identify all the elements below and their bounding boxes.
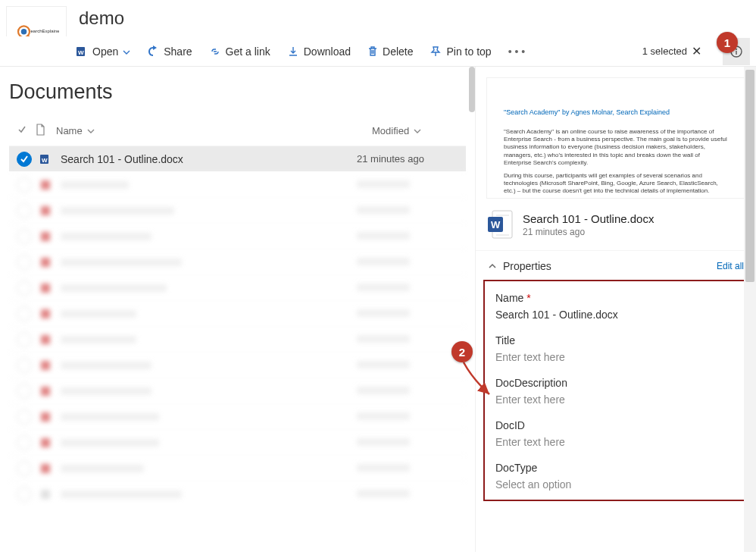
open-label: Open [92,45,118,58]
preview-paragraph: During this course, participants will ge… [504,172,728,196]
selection-count-label: 1 selected [642,45,687,57]
details-file-name: Search 101 - Outline.docx [523,212,654,225]
properties-box: Name * Search 101 - Outline.docx Title E… [483,280,748,501]
share-icon [147,45,159,58]
prop-docid-placeholder: Enter text here [495,436,736,448]
scrollbar-thumb[interactable] [745,70,754,282]
file-row[interactable] [9,378,466,403]
property-doctype[interactable]: DocType Select an option [495,462,736,491]
svg-rect-16 [41,309,50,318]
select-all-checkbox[interactable] [17,124,35,137]
property-name[interactable]: Name * Search 101 - Outline.docx [495,292,736,321]
modified-column-header[interactable]: Modified [372,125,463,136]
details-pane: "Search Academy" by Agnes Molnar, Search… [476,67,756,552]
name-column-label: Name [56,125,83,136]
share-button[interactable]: Share [147,45,192,58]
page-title: Documents [9,80,466,104]
document-list-pane: Documents Name Modified [0,67,476,552]
scrollbar-vertical[interactable] [744,67,756,552]
download-label: Download [304,45,351,58]
file-row[interactable] [9,274,466,300]
word-icon: W [76,45,88,58]
file-row[interactable] [9,403,466,429]
delete-label: Delete [383,45,413,58]
delete-button[interactable]: Delete [367,45,413,58]
get-link-button[interactable]: Get a link [209,45,270,58]
file-row[interactable] [9,300,466,326]
pin-icon [430,45,442,58]
properties-title: Properties [503,260,551,272]
svg-rect-13 [41,232,50,241]
preview-heading: "Search Academy" by Agnes Molnar, Search… [504,108,728,118]
share-label: Share [164,45,192,58]
check-icon [20,155,29,164]
svg-rect-21 [41,438,50,447]
modified-column-label: Modified [372,125,409,136]
svg-text:W: W [491,219,501,230]
svg-text:W: W [42,157,48,164]
chevron-up-icon [488,262,497,271]
svg-rect-20 [41,412,50,422]
file-heading: W Search 101 - Outline.docx 21 minutes a… [476,199,756,251]
callout-2-label: 2 [459,346,465,359]
word-file-icon: W [35,153,56,165]
pin-button[interactable]: Pin to top [430,45,491,58]
chevron-down-icon [414,127,421,135]
prop-name-label: Name [495,292,523,304]
svg-text:earchExplained: earchExplained [31,29,60,33]
row-select-checkbox[interactable] [17,152,32,167]
ellipsis-icon: • • • [508,45,525,58]
name-column-header[interactable]: Name [56,125,372,136]
chevron-down-icon [87,127,95,135]
annotation-callout-1: 1 [717,32,738,53]
file-row[interactable] [9,249,466,274]
prop-name-value: Search 101 - Outline.docx [495,309,736,321]
file-row[interactable] [9,429,466,455]
prop-doctype-label: DocType [495,462,736,474]
site-title: demo [79,8,124,29]
file-row[interactable] [9,455,466,481]
property-docid[interactable]: DocID Enter text here [495,419,736,448]
properties-header[interactable]: Properties Edit all [476,251,756,280]
svg-rect-18 [41,361,50,370]
file-row[interactable] [9,352,466,378]
scrollbar-vertical[interactable] [469,67,475,552]
more-button[interactable]: • • • [508,45,525,58]
open-button[interactable]: W Open [76,45,130,58]
preview-paragraph: "Search Academy" is an online course to … [504,128,728,168]
callout-1-label: 1 [724,36,730,49]
trash-icon [367,45,378,58]
svg-point-2 [21,29,27,35]
svg-rect-22 [41,464,50,473]
file-row[interactable] [9,197,466,223]
property-title[interactable]: Title Enter text here [495,334,736,363]
file-row[interactable] [9,171,466,197]
file-modified: 21 minutes ago [357,153,463,165]
edit-all-link[interactable]: Edit all [717,261,744,271]
selection-count: 1 selected ✕ [642,44,701,58]
download-button[interactable]: Download [287,45,351,58]
word-file-icon: W [488,209,514,240]
prop-desc-placeholder: Enter text here [495,393,736,406]
prop-docid-label: DocID [495,419,736,431]
scrollbar-thumb[interactable] [469,67,475,112]
type-column-icon[interactable] [35,124,56,138]
preview-page: "Search Academy" by Agnes Molnar, Search… [486,77,745,199]
prop-title-label: Title [495,334,736,346]
svg-text:W: W [78,49,84,56]
file-row[interactable]: W Search 101 - Outline.docx 21 minutes a… [9,146,466,171]
column-headers: Name Modified [9,121,466,144]
property-docdescription[interactable]: DocDescription Enter text here [495,377,736,406]
svg-rect-14 [41,258,50,267]
clear-selection-button[interactable]: ✕ [692,44,701,58]
svg-rect-15 [41,284,50,293]
file-row[interactable] [9,481,466,506]
link-icon [209,45,221,58]
file-row[interactable] [9,326,466,352]
command-bar: W Open Share Get a link Download Delete [0,36,756,67]
document-preview[interactable]: "Search Academy" by Agnes Molnar, Search… [476,67,756,199]
svg-rect-11 [41,180,50,190]
svg-rect-23 [41,490,50,499]
file-row[interactable] [9,223,466,249]
file-name: Search 101 - Outline.docx [56,153,357,165]
